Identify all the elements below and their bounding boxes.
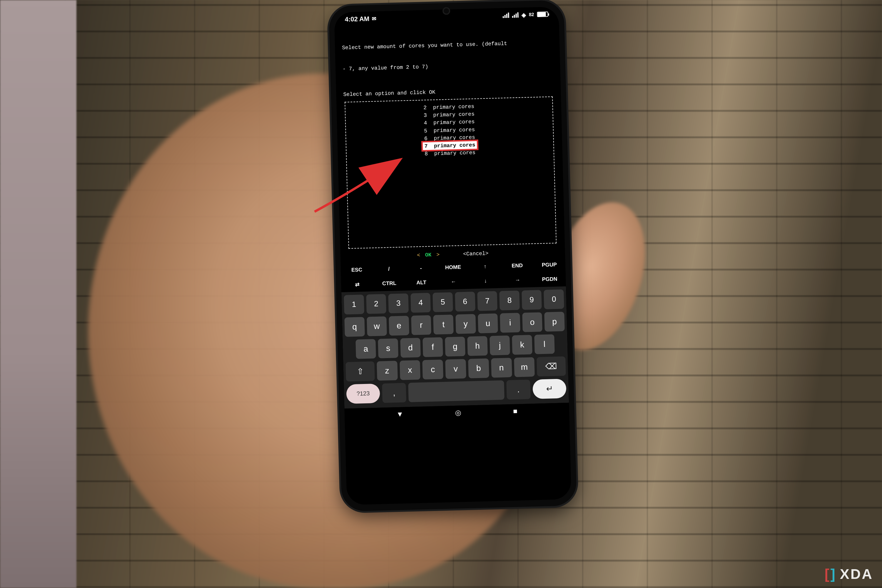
extra-key-home[interactable]: HOME <box>437 260 469 275</box>
message-icon: ✉ <box>372 16 376 22</box>
key-1[interactable]: 1 <box>344 295 364 315</box>
phone-screen: 4:02 AM ✉ ◈ 82 Select new amount of c <box>334 6 572 505</box>
key-t[interactable]: t <box>434 315 454 334</box>
backspace-key[interactable]: ⌫ <box>537 356 566 376</box>
options-box: 2 primary cores3 primary cores4 primary … <box>345 96 556 249</box>
prompt-text: Select new amount of cores you want to u… <box>342 24 554 87</box>
keyboard-row-2: asdfghjkl <box>345 334 565 359</box>
phone-body: 4:02 AM ✉ ◈ 82 Select new amount of c <box>329 0 577 512</box>
key-w[interactable]: w <box>367 316 387 336</box>
enter-key[interactable]: ↵ <box>532 379 567 399</box>
cancel-button[interactable]: <Cancel> <box>463 250 489 258</box>
key-n[interactable]: n <box>491 358 512 378</box>
extra-key-pgdn[interactable]: PGDN <box>533 272 566 287</box>
key-c[interactable]: c <box>423 360 444 380</box>
key-y[interactable]: y <box>455 314 476 334</box>
status-left: 4:02 AM ✉ <box>345 15 376 24</box>
extra-key--[interactable]: - <box>405 261 437 276</box>
key-i[interactable]: i <box>500 313 520 333</box>
key-4[interactable]: 4 <box>410 293 431 313</box>
signal-icon-2 <box>512 12 519 18</box>
bracket-left: [ <box>825 566 831 582</box>
shift-key[interactable]: ⇧ <box>345 362 375 382</box>
keyboard-row-3: ⇧zxcvbnm⌫ <box>345 356 566 382</box>
key-m[interactable]: m <box>514 357 535 377</box>
period-key[interactable]: . <box>506 380 531 399</box>
key-l[interactable]: l <box>534 334 555 354</box>
nav-back-icon[interactable]: ▼ <box>396 410 404 418</box>
extra-key-↓[interactable]: ↓ <box>469 273 502 289</box>
ok-button[interactable]: < OK > <box>417 251 440 259</box>
key-9[interactable]: 9 <box>522 290 542 310</box>
key-a[interactable]: a <box>356 339 376 359</box>
key-p[interactable]: p <box>544 312 565 332</box>
key-s[interactable]: s <box>378 338 398 358</box>
nav-recents-icon[interactable]: ■ <box>513 407 518 415</box>
options-list[interactable]: 2 primary cores3 primary cores4 primary … <box>345 100 554 160</box>
xda-watermark: [ ] XDA <box>825 566 873 582</box>
extra-key-↑[interactable]: ↑ <box>469 259 501 274</box>
status-right: ◈ 82 <box>503 10 548 19</box>
option-8-cores[interactable]: 8 primary cores <box>423 149 477 158</box>
extra-key-/[interactable]: / <box>373 261 405 277</box>
prompt-line-2: - 7, any value from 2 to 7) <box>342 60 553 73</box>
background-left-wall <box>0 0 76 588</box>
ok-bracket-right: > <box>436 252 440 258</box>
extra-key-end[interactable]: END <box>501 258 533 273</box>
key-3[interactable]: 3 <box>388 293 409 314</box>
battery-percent: 82 <box>529 12 534 17</box>
extra-key-→[interactable]: → <box>501 273 534 288</box>
instruction-text: Select an option and click OK <box>343 86 554 98</box>
extra-key-ctrl[interactable]: CTRL <box>373 276 405 291</box>
battery-icon <box>537 12 548 17</box>
key-g[interactable]: g <box>445 337 465 357</box>
key-r[interactable]: r <box>411 315 431 335</box>
key-j[interactable]: j <box>489 336 510 356</box>
keyboard-row-1: qwertyuiop <box>344 312 564 337</box>
watermark-text: XDA <box>840 566 873 582</box>
comma-key[interactable]: , <box>382 383 406 403</box>
key-u[interactable]: u <box>478 314 498 333</box>
key-b[interactable]: b <box>468 358 489 378</box>
signal-icon <box>503 13 509 18</box>
key-h[interactable]: h <box>467 336 488 356</box>
keyboard-bottom-row: ?123 , . ↵ <box>346 379 566 404</box>
key-2[interactable]: 2 <box>366 294 386 314</box>
key-d[interactable]: d <box>400 338 421 358</box>
status-time: 4:02 AM <box>345 15 369 23</box>
key-e[interactable]: e <box>389 316 409 336</box>
watermark-brackets: [ ] <box>825 566 836 582</box>
key-0[interactable]: 0 <box>544 289 564 309</box>
extra-key-←[interactable]: ← <box>437 274 470 290</box>
ok-bracket-left: < <box>417 252 420 258</box>
extra-key-pgup[interactable]: PGUP <box>533 257 566 273</box>
key-5[interactable]: 5 <box>433 292 453 312</box>
key-z[interactable]: z <box>376 361 398 381</box>
key-x[interactable]: x <box>399 360 421 380</box>
extra-key-⇄[interactable]: ⇄ <box>341 277 374 292</box>
nav-home-icon[interactable]: ◎ <box>455 408 462 417</box>
key-f[interactable]: f <box>423 337 443 357</box>
extra-key-esc[interactable]: ESC <box>341 262 373 278</box>
key-q[interactable]: q <box>344 317 364 337</box>
key-k[interactable]: k <box>512 335 532 355</box>
space-key[interactable] <box>408 380 504 402</box>
bracket-right: ] <box>831 566 836 582</box>
prompt-line-1: Select new amount of cores you want to u… <box>342 39 552 51</box>
extra-key-alt[interactable]: ALT <box>405 275 438 291</box>
symbols-key[interactable]: ?123 <box>346 384 380 404</box>
key-7[interactable]: 7 <box>477 291 498 311</box>
key-8[interactable]: 8 <box>499 291 519 310</box>
key-v[interactable]: v <box>445 359 466 379</box>
key-6[interactable]: 6 <box>455 292 475 312</box>
terminal-area[interactable]: Select new amount of cores you want to u… <box>334 21 566 263</box>
keyboard-number-row: 1234567890 <box>344 289 564 315</box>
wifi-icon: ◈ <box>522 11 526 18</box>
soft-keyboard: 1234567890 qwertyuiop asdfghjkl ⇧zxcvbnm… <box>341 286 569 409</box>
key-o[interactable]: o <box>522 312 542 332</box>
ok-label: OK <box>425 252 432 258</box>
